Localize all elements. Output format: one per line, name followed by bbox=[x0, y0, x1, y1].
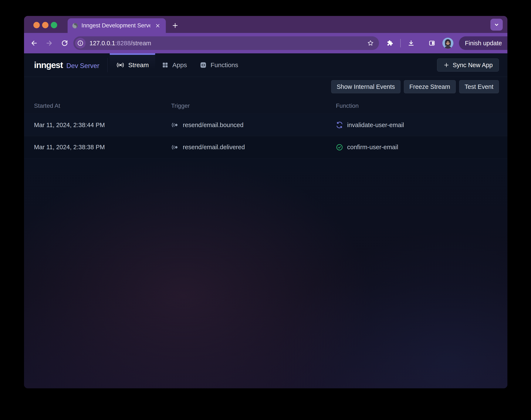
brand: inngest Dev Server bbox=[34, 60, 99, 70]
col-started-at: Started At bbox=[34, 103, 171, 109]
browser-window: Inngest Development Server bbox=[24, 16, 507, 388]
plus-icon bbox=[443, 62, 450, 68]
url-path: /stream bbox=[131, 40, 151, 46]
row-trigger: resend/email.delivered bbox=[183, 144, 245, 151]
url-port: :8288 bbox=[115, 40, 131, 46]
finish-update-button[interactable]: Finish update bbox=[459, 36, 507, 50]
minimize-window-button[interactable] bbox=[42, 22, 48, 28]
forward-icon[interactable] bbox=[45, 38, 54, 48]
empty-stream-canvas bbox=[24, 158, 507, 388]
stream-table: Started At Trigger Function Mar 11, 2024… bbox=[24, 98, 507, 158]
app-header: inngest Dev Server Stream bbox=[24, 53, 507, 77]
dev-server-label: Dev Server bbox=[66, 62, 99, 70]
inngest-favicon-icon bbox=[72, 23, 78, 29]
profile-avatar[interactable] bbox=[442, 38, 454, 49]
finish-update-label: Finish update bbox=[465, 40, 502, 47]
col-function: Function bbox=[336, 103, 499, 109]
sync-new-app-button[interactable]: Sync New App bbox=[437, 59, 499, 72]
tab-apps[interactable]: Apps bbox=[155, 53, 193, 77]
apps-grid-icon bbox=[162, 61, 169, 69]
header-divider bbox=[107, 58, 107, 72]
row-started-at: Mar 11, 2024, 2:38:44 PM bbox=[34, 121, 171, 129]
test-event-button[interactable]: Test Event bbox=[459, 80, 499, 93]
browser-toolbar: 127.0.0.1:8288/stream bbox=[24, 33, 507, 53]
app-nav: Stream Apps bbox=[110, 53, 244, 77]
new-tab-button[interactable] bbox=[170, 21, 180, 30]
sync-new-app-label: Sync New App bbox=[453, 62, 493, 69]
show-internal-events-button[interactable]: Show Internal Events bbox=[331, 80, 400, 93]
code-icon bbox=[200, 61, 207, 69]
col-trigger: Trigger bbox=[171, 103, 336, 109]
tab-title: Inngest Development Server bbox=[81, 22, 150, 29]
tab-search-chevron-button[interactable] bbox=[490, 19, 503, 30]
bookmark-star-icon[interactable] bbox=[366, 38, 375, 48]
event-trigger-icon bbox=[171, 122, 179, 128]
stream-actions: Show Internal Events Freeze Stream Test … bbox=[24, 77, 507, 93]
reload-icon[interactable] bbox=[60, 38, 70, 48]
window-controls bbox=[33, 22, 57, 28]
toolbar-divider bbox=[400, 39, 401, 47]
zoom-window-button[interactable] bbox=[51, 22, 57, 28]
downloads-icon[interactable] bbox=[406, 38, 416, 48]
browser-tab-strip: Inngest Development Server bbox=[24, 16, 507, 33]
completed-check-icon bbox=[336, 144, 343, 151]
url-text: 127.0.0.1:8288/stream bbox=[90, 40, 362, 47]
address-bar[interactable]: 127.0.0.1:8288/stream bbox=[73, 36, 379, 50]
row-function: invalidate-user-email bbox=[347, 121, 404, 129]
site-info-icon[interactable] bbox=[75, 38, 86, 48]
inngest-logo: inngest bbox=[34, 60, 63, 70]
browser-menu-kebab-icon[interactable] bbox=[505, 39, 507, 47]
tab-apps-label: Apps bbox=[172, 61, 187, 69]
running-refresh-icon bbox=[336, 121, 343, 129]
event-trigger-icon bbox=[171, 144, 179, 150]
browser-tab[interactable]: Inngest Development Server bbox=[68, 18, 166, 33]
side-panel-icon[interactable] bbox=[427, 38, 437, 48]
stream-table-header: Started At Trigger Function bbox=[24, 98, 507, 114]
tab-functions[interactable]: Functions bbox=[193, 53, 244, 77]
tab-stream-label: Stream bbox=[128, 61, 149, 69]
close-tab-icon[interactable] bbox=[153, 21, 162, 30]
freeze-stream-button[interactable]: Freeze Stream bbox=[404, 80, 456, 93]
row-trigger: resend/email.bounced bbox=[183, 121, 243, 129]
back-icon[interactable] bbox=[29, 38, 39, 48]
inngest-dev-server-app: inngest Dev Server Stream bbox=[24, 53, 507, 388]
row-function: confirm-user-email bbox=[347, 144, 398, 151]
broadcast-icon bbox=[116, 61, 124, 69]
extensions-icon[interactable] bbox=[385, 38, 395, 48]
close-window-button[interactable] bbox=[33, 22, 40, 28]
toolbar-right-cluster: Finish update bbox=[385, 36, 507, 50]
tab-functions-label: Functions bbox=[211, 61, 238, 69]
row-started-at: Mar 11, 2024, 2:38:38 PM bbox=[34, 144, 171, 151]
url-host: 127.0.0.1 bbox=[90, 40, 115, 46]
table-row[interactable]: Mar 11, 2024, 2:38:38 PM resend/email.de… bbox=[24, 136, 507, 158]
table-row[interactable]: Mar 11, 2024, 2:38:44 PM resend/email.bo… bbox=[24, 114, 507, 136]
tab-stream[interactable]: Stream bbox=[110, 53, 155, 77]
